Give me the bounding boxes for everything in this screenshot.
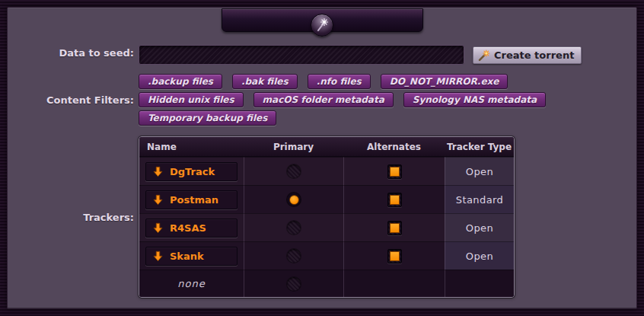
primary-radio[interactable]: [287, 277, 301, 291]
tracker-row-name-cell: Skank: [139, 241, 244, 270]
magic-wand-icon: [478, 49, 490, 62]
filter-chip[interactable]: Synology NAS metadata: [403, 92, 546, 107]
main-panel: Data to seed: Create torrent Content Fil…: [7, 7, 637, 309]
tracker-row-type-cell: Open: [445, 241, 514, 270]
tracker-row-alternates-cell: [343, 185, 445, 213]
filter-chip[interactable]: DO_NOT_MIRROR.exe: [381, 74, 509, 89]
download-arrow-icon: [152, 166, 164, 177]
tracker-row-primary-cell: [244, 213, 343, 241]
column-header-alternates: Alternates: [343, 137, 445, 157]
alternates-checkbox[interactable]: [387, 193, 402, 207]
download-arrow-icon: [152, 251, 164, 262]
tracker-name-button[interactable]: R4SAS: [145, 219, 238, 238]
download-arrow-icon: [152, 194, 164, 206]
filter-chip[interactable]: Hidden unix files: [139, 92, 244, 107]
trackers-table: Name Primary Alternates Tracker Type DgT…: [139, 136, 515, 298]
alternates-checkbox-check: [391, 224, 399, 232]
tracker-row-alternates-cell: [343, 213, 445, 241]
tracker-row-name-cell: DgTrack: [139, 157, 244, 185]
filter-chip[interactable]: .bak files: [232, 74, 298, 89]
alternates-checkbox[interactable]: [387, 221, 402, 235]
content-filter-chips: .backup files.bak files.nfo filesDO_NOT_…: [139, 74, 546, 129]
data-to-seed-input[interactable]: [139, 45, 464, 65]
tracker-row-type-cell: [445, 270, 514, 297]
filter-chip[interactable]: .nfo files: [308, 74, 371, 89]
tracker-name-button[interactable]: Postman: [145, 190, 238, 209]
alternates-checkbox[interactable]: [387, 164, 402, 179]
filter-chip[interactable]: macOS folder metadata: [253, 92, 394, 107]
alternates-checkbox-check: [391, 168, 399, 176]
tracker-name-label: Skank: [170, 251, 204, 262]
tracker-type-label: Open: [466, 166, 493, 177]
filter-chip[interactable]: .backup files: [139, 74, 222, 89]
tracker-none-label: none: [139, 278, 244, 289]
tracker-row-name-cell: none: [139, 270, 244, 297]
tracker-name-button[interactable]: DgTrack: [145, 162, 238, 181]
tracker-row-name-cell: Postman: [139, 185, 244, 213]
primary-radio[interactable]: [287, 249, 301, 263]
tracker-type-label: Standard: [456, 194, 503, 206]
primary-radio-dot: [290, 196, 298, 204]
tracker-row-primary-cell: [244, 270, 343, 297]
tracker-row-name-cell: R4SAS: [139, 213, 244, 241]
tracker-name-label: DgTrack: [170, 166, 215, 177]
tracker-row-alternates-cell: [343, 157, 445, 185]
tracker-row-primary-cell: [244, 185, 343, 213]
tracker-name-label: Postman: [170, 194, 218, 206]
tracker-row-type-cell: Open: [445, 157, 514, 185]
create-torrent-button[interactable]: Create torrent: [473, 46, 582, 64]
filter-chip-row: Temporary backup files: [139, 110, 546, 126]
primary-radio[interactable]: [287, 164, 301, 178]
tracker-row-alternates-cell: [343, 270, 445, 297]
filter-chip-row: Hidden unix filesmacOS folder metadataSy…: [139, 92, 546, 107]
tracker-type-label: Open: [466, 222, 493, 234]
column-header-primary: Primary: [244, 137, 343, 157]
tracker-row-primary-cell: [244, 241, 343, 270]
tracker-name-label: R4SAS: [170, 222, 206, 234]
magic-wand-orb-button[interactable]: [311, 14, 333, 37]
tracker-type-label: Open: [466, 251, 493, 262]
filter-chip-row: .backup files.bak files.nfo filesDO_NOT_…: [139, 74, 546, 89]
alternates-checkbox-check: [391, 252, 399, 260]
magic-wand-sparkle-icon: [312, 15, 332, 35]
column-header-name: Name: [139, 137, 244, 157]
primary-radio[interactable]: [287, 221, 301, 235]
alternates-checkbox[interactable]: [387, 249, 402, 263]
tracker-row-alternates-cell: [343, 241, 445, 270]
trackers-label: Trackers:: [8, 212, 134, 223]
tracker-row-type-cell: Standard: [445, 185, 514, 213]
content-filters-label: Content Filters:: [8, 94, 134, 106]
primary-radio[interactable]: [287, 193, 301, 206]
create-torrent-label: Create torrent: [494, 49, 574, 61]
alternates-checkbox-check: [391, 196, 399, 204]
filter-chip[interactable]: Temporary backup files: [139, 110, 276, 126]
column-header-tracker-type: Tracker Type: [445, 137, 514, 157]
data-to-seed-label: Data to seed:: [8, 47, 134, 59]
download-arrow-icon: [152, 222, 164, 234]
tracker-row-primary-cell: [244, 157, 343, 185]
tracker-name-button[interactable]: Skank: [145, 247, 238, 266]
tracker-row-type-cell: Open: [445, 213, 514, 241]
